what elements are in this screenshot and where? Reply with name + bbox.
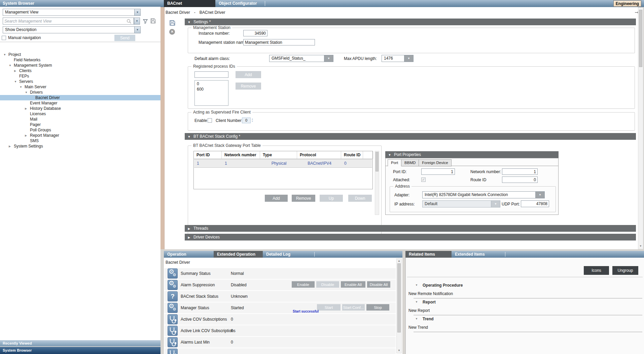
view-selector[interactable]: Management View ▼ <box>3 9 141 16</box>
threads-section-header[interactable]: ▶Threads <box>185 225 636 232</box>
stack-config-section-header[interactable]: ▼BT BACnet Stack Config * <box>185 133 636 140</box>
breadcrumb-primary[interactable]: Bacnet Driver <box>166 10 190 15</box>
tree-item-event-manager[interactable]: Event Manager <box>0 100 160 106</box>
tab-detailed-log[interactable]: Detailed Log <box>263 251 312 258</box>
port-prop-tab-port[interactable]: Port <box>388 159 401 166</box>
engineering-mode-button[interactable]: Engineering <box>613 0 641 7</box>
port-prop-tab-bbmd[interactable]: BBMD <box>401 159 419 166</box>
tree-item-servers[interactable]: ▼Servers <box>0 79 160 84</box>
operation-scrollbar[interactable]: ▲ ▼ <box>396 258 402 353</box>
breadcrumb-secondary[interactable]: BACnet Driver <box>200 10 225 15</box>
send-button[interactable]: Send <box>114 35 135 41</box>
tree-expand-closed-icon[interactable]: ▶ <box>25 106 27 111</box>
table-column-port-id[interactable]: Port ID <box>194 151 222 159</box>
tree-item-drivers[interactable]: ▼Drivers <box>0 90 160 95</box>
client-number-spinner[interactable]: 0 <box>242 118 251 123</box>
tab-object-configurator[interactable]: Object Configurator <box>215 0 263 7</box>
tab-related-items[interactable]: Related Items <box>405 251 452 258</box>
tree-expand-open-icon[interactable]: ▼ <box>25 90 28 95</box>
collapse-arrow-icon[interactable]: ▼ <box>185 19 193 26</box>
collapse-arrow-icon[interactable]: ▼ <box>415 316 418 322</box>
related-group-report[interactable]: Report <box>423 299 436 305</box>
tree-item-sms[interactable]: SMS <box>0 138 160 143</box>
collapse-arrow-icon[interactable]: ▼ <box>415 299 418 305</box>
route-id-input[interactable] <box>502 176 538 183</box>
tree-item-field-networks[interactable]: Field Networks <box>0 57 160 63</box>
collapse-arrow-icon[interactable]: ▶ <box>185 225 193 232</box>
network-number-input[interactable] <box>502 168 538 175</box>
scroll-down-icon[interactable]: ▼ <box>397 349 401 353</box>
driver-devices-section-header[interactable]: ▶Driver Devices <box>185 234 636 240</box>
tree-item-poll-groups[interactable]: Poll Groups <box>0 127 160 133</box>
tree-item-bacnet-driver[interactable]: Bacnet Driver <box>0 95 160 100</box>
table-column-network-number[interactable]: Network number <box>222 151 260 159</box>
port-id-input[interactable] <box>421 168 455 175</box>
main-scrollbar-thumb[interactable] <box>639 10 642 67</box>
tab-extended-items[interactable]: Extended Items <box>452 251 501 258</box>
search-options-chevron-icon[interactable]: ▼ <box>134 18 140 25</box>
chevron-down-icon[interactable]: ▼ <box>134 26 141 33</box>
save-icon[interactable] <box>169 20 176 26</box>
adapter-dropdown[interactable]: Intel(R) 82578DM Gigabit Network Connect… <box>422 191 545 198</box>
table-scrollbar[interactable] <box>375 151 379 215</box>
related-item-new-report[interactable]: New Report <box>408 308 430 313</box>
filter-icon[interactable] <box>143 19 148 24</box>
description-selector[interactable]: Show Description ▼ <box>3 26 141 33</box>
start-conf-button[interactable]: Start Conf... <box>342 304 365 311</box>
save-search-icon[interactable] <box>150 18 156 24</box>
table-column-type[interactable]: Type <box>260 151 297 159</box>
tree-expand-closed-icon[interactable]: ▶ <box>14 68 16 74</box>
table-row[interactable]: 11PhysicalBACnet/IPV40 <box>194 159 372 168</box>
tab-operation[interactable]: Operation <box>164 251 214 258</box>
process-id-list[interactable]: 0600 <box>194 80 228 106</box>
tree-item-clients[interactable]: ▶Clients <box>0 68 160 73</box>
process-id-list-item[interactable]: 0 <box>195 81 228 87</box>
fire-client-enable-checkbox[interactable] <box>208 118 212 123</box>
discard-icon[interactable]: × <box>169 29 175 35</box>
tree-item-management-system[interactable]: ▼Management System <box>0 63 160 68</box>
related-group-operating-procedure[interactable]: Operating Procedure <box>423 283 463 288</box>
collapse-arrow-icon[interactable]: ▼ <box>185 133 193 140</box>
tree-item-mail[interactable]: Mail <box>0 117 160 122</box>
table-remove-button[interactable]: Remove <box>292 195 315 202</box>
spinner-arrows-icon[interactable]: ▲▼ <box>251 118 254 123</box>
process-id-remove-button[interactable]: Remove <box>236 83 261 90</box>
tree-expand-open-icon[interactable]: ▼ <box>9 63 11 68</box>
tree-item-feps[interactable]: FEPs <box>0 73 160 79</box>
collapse-arrow-icon[interactable]: ▶ <box>185 234 193 241</box>
port-properties-header[interactable]: ▼Port Properties <box>385 151 559 158</box>
tree-expand-open-icon[interactable]: ▼ <box>20 85 22 90</box>
table-column-route-id[interactable]: Route ID <box>341 151 363 159</box>
tree-item-report-manager[interactable]: ▶Report Manager <box>0 133 160 138</box>
udp-port-input[interactable] <box>521 200 549 207</box>
recently-viewed-bar[interactable]: Recently Viewed <box>0 340 160 346</box>
related-item-new-trend[interactable]: New Trend <box>408 325 428 330</box>
tree-item-system-settings[interactable]: ▶System Settings <box>0 143 160 149</box>
instance-number-input[interactable] <box>243 30 267 36</box>
related-group-trend[interactable]: Trend <box>423 316 434 322</box>
table-up-button[interactable]: Up <box>320 195 343 202</box>
enable-button[interactable]: Enable <box>292 281 315 288</box>
table-down-button[interactable]: Down <box>348 195 372 202</box>
process-id-list-item[interactable]: 600 <box>195 87 228 92</box>
start-button[interactable]: Start <box>317 304 341 311</box>
system-browser-bottom-bar[interactable]: System Browser <box>0 347 160 354</box>
ungroup-button[interactable]: Ungroup <box>612 266 638 275</box>
scroll-up-icon[interactable]: ▲ <box>397 259 401 263</box>
tree-expand-closed-icon[interactable]: ▶ <box>9 144 11 149</box>
table-column-protocol[interactable]: Protocol <box>297 151 341 159</box>
stop-button[interactable]: Stop <box>366 304 389 311</box>
tree-expand-open-icon[interactable]: ▼ <box>3 52 6 58</box>
process-id-input[interactable] <box>194 71 228 78</box>
search-input[interactable] <box>3 18 134 25</box>
disable-button[interactable]: Disable <box>316 281 339 288</box>
tree-expand-open-icon[interactable]: ▼ <box>14 79 17 85</box>
max-apdu-dropdown[interactable]: 1476 ▼ <box>382 55 414 62</box>
main-scrollbar[interactable]: ▼ <box>638 7 643 249</box>
related-item-new-remote-notification[interactable]: New Remote Notification <box>408 291 453 296</box>
collapse-arrow-icon[interactable]: ▼ <box>385 152 394 158</box>
ip-address-dropdown[interactable]: Default ▼ <box>422 200 500 207</box>
scroll-down-icon[interactable]: ▼ <box>638 244 643 248</box>
tree-item-pager[interactable]: Pager <box>0 122 160 127</box>
management-station-name-input[interactable] <box>243 39 315 45</box>
